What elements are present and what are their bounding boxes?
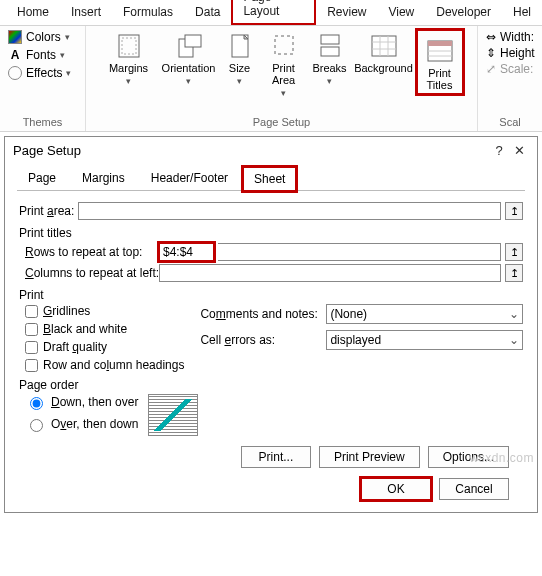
tab-review[interactable]: Review [316,0,377,25]
tab-developer[interactable]: Developer [425,0,502,25]
print-area-button[interactable]: Print Area▾ [261,28,307,98]
height-control[interactable]: ⇕Height [486,46,535,60]
svg-rect-1 [122,38,136,54]
tab-help[interactable]: Hel [502,0,542,25]
svg-rect-5 [275,36,293,54]
tab-page-layout[interactable]: Page Layout [231,0,316,25]
svg-rect-7 [321,47,339,56]
page-order-section: Page order [19,378,523,392]
orientation-button[interactable]: Orientation▾ [159,28,219,87]
orientation-icon [175,32,203,60]
print-area-label: Print area: [19,204,74,218]
margins-button[interactable]: Margins▾ [99,28,159,87]
tab-insert[interactable]: Insert [60,0,112,25]
tab-formulas[interactable]: Formulas [112,0,184,25]
colors-icon [8,30,22,44]
close-button[interactable]: ✕ [509,143,529,158]
dialog-tab-page[interactable]: Page [17,166,67,190]
print-titles-button[interactable]: Print Titles [420,33,460,91]
group-label-scale: Scal [482,116,538,130]
width-icon: ⇔ [486,30,496,44]
comments-label: Comments and notes: [200,307,320,321]
tab-home[interactable]: Home [6,0,60,25]
gridlines-checkbox[interactable]: Gridlines [25,304,184,318]
comments-select[interactable]: (None) [326,304,523,324]
page-setup-dialog: Page Setup ? ✕ Page Margins Header/Foote… [4,136,538,513]
dialog-titlebar: Page Setup ? ✕ [5,137,537,166]
size-icon [226,32,254,60]
ribbon: Colors▾ AFonts▾ Effects▾ Themes Margins▾… [0,26,542,132]
effects-icon [8,66,22,80]
help-button[interactable]: ? [489,143,509,158]
options-button[interactable]: Options... [428,446,509,468]
width-control[interactable]: ⇔Width: [486,30,535,44]
blackwhite-checkbox[interactable]: Black and white [25,322,184,336]
rows-label: Rows to repeat at top: [25,245,155,259]
cols-picker[interactable] [505,264,523,282]
ribbon-tabs: Home Insert Formulas Data Page Layout Re… [0,0,542,26]
group-label-page-setup: Page Setup [90,116,473,130]
group-themes: Colors▾ AFonts▾ Effects▾ Themes [0,26,86,131]
draft-checkbox[interactable]: Draft quality [25,340,184,354]
fonts-icon: A [8,48,22,62]
errors-label: Cell errors as: [200,333,320,347]
dialog-tab-headerfooter[interactable]: Header/Footer [140,166,239,190]
headings-checkbox[interactable]: Row and column headings [25,358,184,372]
tab-view[interactable]: View [377,0,425,25]
dialog-tab-margins[interactable]: Margins [71,166,136,190]
cols-label: Columns to repeat at left: [25,266,155,280]
breaks-icon [316,32,344,60]
page-order-thumbnail [148,394,198,436]
themes-colors[interactable]: Colors▾ [8,30,71,44]
height-icon: ⇕ [486,46,496,60]
breaks-button[interactable]: Breaks▾ [307,28,353,87]
background-button[interactable]: Background [353,28,415,74]
print-preview-button[interactable]: Print Preview [319,446,420,468]
print-titles-icon [426,37,454,65]
dialog-tab-sheet[interactable]: Sheet [243,167,296,191]
tab-data[interactable]: Data [184,0,231,25]
cols-repeat-input[interactable] [159,264,501,282]
rows-repeat-input[interactable] [159,243,214,261]
rows-picker[interactable] [505,243,523,261]
print-area-picker[interactable] [505,202,523,220]
dialog-tabs: Page Margins Header/Footer Sheet [17,166,525,191]
svg-rect-6 [321,35,339,44]
print-titles-highlight: Print Titles [415,28,465,96]
scale-icon: ⤢ [486,62,496,76]
group-page-setup: Margins▾ Orientation▾ Size▾ Print Area▾ … [86,26,478,131]
ok-button[interactable]: OK [361,478,431,500]
scale-control: ⤢Scale: [486,62,535,76]
dialog-title: Page Setup [13,143,489,158]
svg-rect-8 [372,36,396,56]
themes-effects[interactable]: Effects▾ [8,66,71,80]
margins-icon [115,32,143,60]
size-button[interactable]: Size▾ [219,28,261,87]
print-section: Print [19,288,523,302]
print-button[interactable]: Print... [241,446,311,468]
svg-rect-14 [428,41,452,46]
cancel-button[interactable]: Cancel [439,478,509,500]
group-label-themes: Themes [4,116,81,130]
dialog-body: Print area: Print titles Rows to repeat … [5,191,537,512]
print-titles-section: Print titles [19,226,523,240]
print-area-icon [270,32,298,60]
down-then-over-radio[interactable]: Down, then over [25,394,138,410]
over-then-down-radio[interactable]: Over, then down [25,416,138,432]
group-scale: ⇔Width: ⇕Height ⤢Scale: Scal [478,26,542,131]
svg-rect-3 [185,35,201,47]
background-icon [370,32,398,60]
errors-select[interactable]: displayed [326,330,523,350]
themes-fonts[interactable]: AFonts▾ [8,48,71,62]
print-area-input[interactable] [78,202,501,220]
